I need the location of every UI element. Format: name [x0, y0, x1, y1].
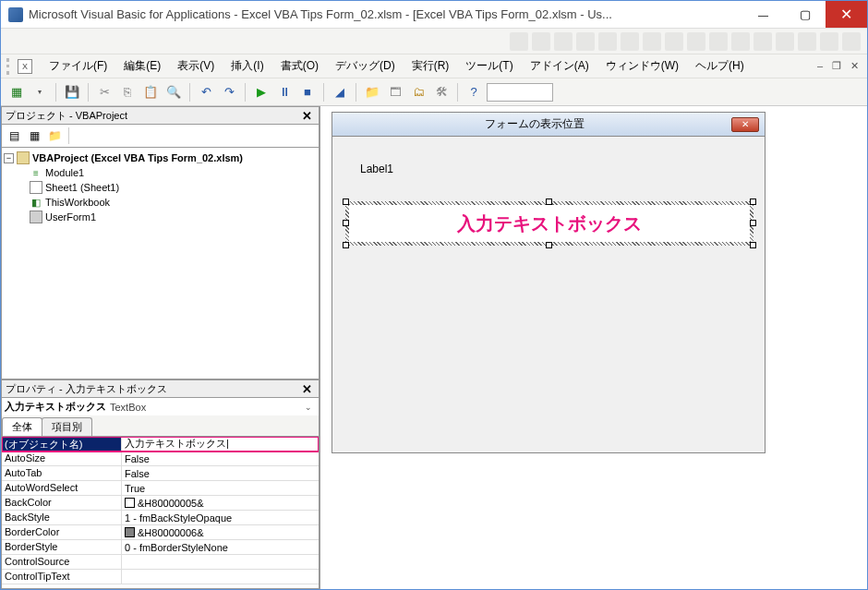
toolbar-icon[interactable]: [643, 32, 661, 51]
property-row[interactable]: (オブジェクト名)入力テキストボックス|: [2, 437, 319, 452]
position-combo[interactable]: [487, 83, 553, 102]
project-explorer-close[interactable]: ✕: [299, 109, 315, 123]
property-value[interactable]: False: [122, 466, 319, 480]
object-browser-icon[interactable]: 🗂: [408, 82, 428, 102]
resize-handle[interactable]: [343, 242, 349, 248]
view-code-icon[interactable]: ▤: [6, 127, 22, 144]
property-row[interactable]: BackStyle1 - fmBackStyleOpaque: [2, 511, 319, 525]
minimize-button[interactable]: [742, 1, 784, 28]
redo-icon[interactable]: ↷: [219, 82, 239, 102]
break-icon[interactable]: ⏸: [274, 82, 295, 102]
resize-handle[interactable]: [750, 199, 756, 205]
property-row[interactable]: ControlTipText: [2, 570, 319, 584]
property-value[interactable]: [122, 570, 319, 584]
property-row[interactable]: ControlSource: [2, 555, 319, 570]
mdi-restore[interactable]: ❐: [829, 60, 844, 72]
toolbox-icon[interactable]: 🛠: [431, 82, 452, 102]
toolbar-icon[interactable]: [510, 32, 528, 51]
toolbar-icon[interactable]: [665, 32, 683, 51]
form-titlebar[interactable]: フォームの表示位置 ✕: [332, 113, 765, 137]
mdi-minimize[interactable]: –: [814, 60, 826, 72]
folder-icon[interactable]: 📁: [46, 127, 63, 144]
view-object-icon[interactable]: ▦: [26, 127, 42, 144]
menu-help[interactable]: ヘルプ(H): [688, 55, 752, 77]
project-explorer-icon[interactable]: 📁: [362, 82, 382, 102]
properties-close[interactable]: ✕: [299, 382, 315, 396]
property-value[interactable]: &H80000005&: [122, 496, 319, 510]
excel-icon[interactable]: X: [18, 59, 32, 74]
toolbar-icon[interactable]: [820, 32, 838, 51]
properties-grid[interactable]: (オブジェクト名)入力テキストボックス|AutoSizeFalseAutoTab…: [1, 436, 319, 589]
property-value[interactable]: 入力テキストボックス|: [122, 437, 319, 451]
project-tree[interactable]: −VBAProject (Excel VBA Tips Form_02.xlsm…: [1, 147, 319, 379]
menu-format[interactable]: 書式(O): [273, 55, 326, 77]
help-icon[interactable]: ?: [464, 82, 484, 102]
designer-area[interactable]: フォームの表示位置 ✕ Label1 入力テキストボックス: [320, 106, 867, 589]
property-value[interactable]: 0 - fmBorderStyleNone: [122, 540, 319, 554]
property-value[interactable]: &H80000006&: [122, 525, 319, 539]
toolbar-icon[interactable]: [776, 32, 794, 51]
resize-handle[interactable]: [343, 220, 349, 226]
tab-all[interactable]: 全体: [2, 417, 42, 436]
design-mode-icon[interactable]: ◢: [330, 82, 350, 102]
toolbar-icon[interactable]: [709, 32, 728, 51]
property-value[interactable]: False: [122, 452, 319, 465]
object-selector[interactable]: 入力テキストボックス TextBox ⌄: [1, 398, 319, 415]
copy-icon[interactable]: ⎘: [117, 82, 138, 102]
cut-icon[interactable]: ✂: [94, 82, 115, 102]
toolbar-icon[interactable]: [753, 32, 772, 51]
view-excel-icon[interactable]: ▦: [6, 82, 27, 102]
menu-addin[interactable]: アドイン(A): [523, 55, 597, 77]
toolbar-icon[interactable]: [731, 32, 750, 51]
property-row[interactable]: AutoTabFalse: [2, 466, 319, 481]
resize-handle[interactable]: [750, 242, 756, 248]
property-value[interactable]: True: [122, 481, 319, 495]
menu-view[interactable]: 表示(V): [170, 55, 222, 77]
label1-control[interactable]: Label1: [360, 163, 393, 175]
properties-icon[interactable]: 🗔: [385, 82, 405, 102]
property-value[interactable]: [122, 555, 319, 569]
toolbar-icon[interactable]: [598, 32, 617, 51]
toolbar-icon[interactable]: [798, 32, 816, 51]
tree-item-module1[interactable]: Module1: [4, 165, 317, 180]
resize-handle[interactable]: [750, 220, 756, 226]
tree-item-userform1[interactable]: UserForm1: [4, 210, 317, 224]
close-button[interactable]: [826, 1, 867, 28]
toolbar-icon[interactable]: [687, 32, 705, 51]
run-icon[interactable]: ▶: [251, 82, 271, 102]
menu-window[interactable]: ウィンドウ(W): [598, 55, 686, 77]
undo-icon[interactable]: ↶: [196, 82, 216, 102]
save-icon[interactable]: 💾: [62, 82, 82, 102]
chevron-down-icon[interactable]: ⌄: [301, 403, 316, 412]
toolbar-handle[interactable]: [6, 58, 10, 75]
resize-handle[interactable]: [546, 242, 552, 248]
menu-tools[interactable]: ツール(T): [458, 55, 520, 77]
dropdown-icon[interactable]: ▾: [30, 82, 50, 102]
property-row[interactable]: BorderColor&H80000006&: [2, 525, 319, 540]
menu-run[interactable]: 実行(R): [404, 55, 457, 77]
tree-item-sheet1[interactable]: Sheet1 (Sheet1): [4, 180, 317, 195]
property-row[interactable]: AutoWordSelectTrue: [2, 481, 319, 496]
textbox-content[interactable]: 入力テキストボックス: [349, 205, 750, 242]
menu-edit[interactable]: 編集(E): [116, 55, 168, 77]
maximize-button[interactable]: [784, 1, 826, 28]
toolbar-icon[interactable]: [576, 32, 595, 51]
resize-handle[interactable]: [546, 199, 552, 205]
tree-root[interactable]: −VBAProject (Excel VBA Tips Form_02.xlsm…: [4, 151, 317, 165]
toolbar-icon[interactable]: [621, 32, 639, 51]
menu-debug[interactable]: デバッグ(D): [328, 55, 403, 77]
tree-item-thisworkbook[interactable]: ThisWorkbook: [4, 195, 317, 210]
toolbar-icon[interactable]: [532, 32, 550, 51]
menu-file[interactable]: ファイル(F): [42, 55, 115, 77]
find-icon[interactable]: 🔍: [163, 82, 184, 102]
toolbar-icon[interactable]: [842, 32, 861, 51]
property-row[interactable]: AutoSizeFalse: [2, 452, 319, 466]
textbox-selected[interactable]: 入力テキストボックス: [349, 205, 750, 242]
mdi-close[interactable]: ✕: [848, 60, 862, 72]
property-row[interactable]: BackColor&H80000005&: [2, 496, 319, 511]
paste-icon[interactable]: 📋: [140, 82, 161, 102]
userform-designer[interactable]: フォームの表示位置 ✕ Label1 入力テキストボックス: [332, 112, 766, 453]
property-row[interactable]: BorderStyle0 - fmBorderStyleNone: [2, 540, 319, 555]
menu-insert[interactable]: 挿入(I): [223, 55, 271, 77]
form-close-icon[interactable]: ✕: [731, 117, 759, 132]
